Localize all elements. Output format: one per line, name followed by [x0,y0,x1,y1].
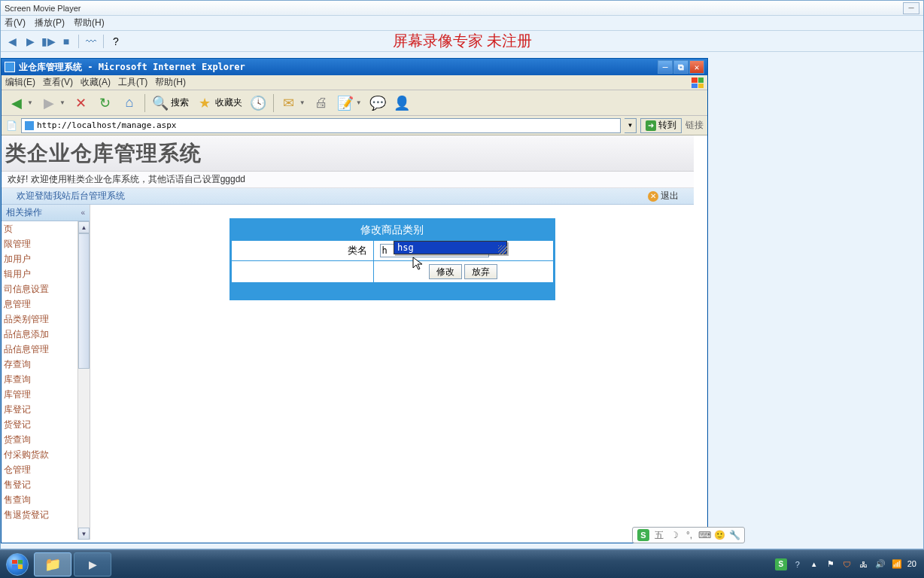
ie-messenger-button[interactable]: 👤 [391,93,413,114]
tray-flag-icon[interactable]: ⚑ [825,558,837,570]
ie-history-button[interactable]: 🕓 [247,93,269,114]
sidebar-item-16[interactable]: 仓管理 [2,462,90,477]
sidebar-item-1[interactable]: 限管理 [2,236,90,251]
sidebar-item-18[interactable]: 售查询 [2,492,90,507]
tray-sogou-icon[interactable]: S [775,558,787,570]
smp-title: Screen Movie Player [5,4,81,13]
ie-mail-button[interactable]: ✉▼ [278,93,309,114]
ie-home-button[interactable]: ⌂ [118,93,141,114]
sidebar-item-14[interactable]: 货查询 [2,432,90,447]
sidebar-item-17[interactable]: 售登记 [2,477,90,492]
smp-menubar: 看(V) 播放(P) 帮助(H) [1,16,923,31]
submit-button[interactable]: 修改 [429,264,462,279]
welcome-bar-text: 欢迎登陆我站后台管理系统 [17,190,125,202]
sidebar-item-13[interactable]: 货登记 [2,417,90,432]
ie-back-button[interactable]: ◀▼ [5,93,36,114]
sidebar-item-5[interactable]: 息管理 [2,297,90,312]
sidebar-item-19[interactable]: 售退货登记 [2,507,90,522]
cancel-button[interactable]: 放弃 [464,264,497,279]
smp-about-button[interactable]: ? [108,34,123,49]
ie-forward-button[interactable]: ▶▼ [38,93,68,114]
sidebar-item-7[interactable]: 品信息添加 [2,327,90,342]
tray-network-icon[interactable]: 🖧 [858,558,870,570]
welcome-text: 欢好! 欢迎使用鞋类企业仓库系统，其他话语自己设置gggdd [2,172,694,188]
smp-menu-view[interactable]: 看(V) [5,17,26,29]
ime-punct-icon[interactable]: °, [684,530,695,540]
autocomplete-dropdown[interactable]: hsg [394,241,507,254]
ie-favorites-button[interactable]: ★收藏夹 [193,93,245,114]
form-label-name: 类名 [230,241,373,261]
page-banner: 类企业仓库管理系统 [2,135,694,172]
ie-menu-tools[interactable]: 工具(T) [118,76,147,89]
address-input[interactable]: http://localhost/manage.aspx [21,118,621,133]
tray-signal-icon[interactable]: 📶 [891,558,903,570]
ie-close-button[interactable]: ✕ [689,60,704,74]
collapse-icon[interactable]: « [81,208,85,217]
ie-menu-view[interactable]: 查看(V) [43,76,73,89]
smp-prev-button[interactable]: ◀ [5,34,20,49]
ie-menu-help[interactable]: 帮助(H) [155,76,186,89]
autocomplete-item[interactable]: hsg [394,242,506,254]
smp-play-button[interactable]: ▶ [23,34,38,49]
player-icon: ▶ [89,558,97,570]
ie-menu-edit[interactable]: 编辑(E) [5,76,35,89]
ime-moon-icon[interactable]: ☽ [669,530,679,540]
tray-volume-icon[interactable]: 🔊 [874,558,886,570]
sidebar-item-10[interactable]: 库查询 [2,372,90,387]
ie-refresh-button[interactable]: ↻ [94,93,117,114]
tray-help-icon[interactable]: ? [792,558,804,570]
sidebar-item-6[interactable]: 品类别管理 [2,312,90,327]
smp-pause-button[interactable]: ▮▶ [41,34,56,49]
sidebar-item-8[interactable]: 品信息管理 [2,342,90,357]
ie-titlebar: 业仓库管理系统 - Microsoft Internet Explorer ─ … [2,59,707,75]
ie-edit-button[interactable]: 📝▼ [334,93,365,114]
smp-menu-play[interactable]: 播放(P) [35,17,65,29]
sidebar-item-3[interactable]: 辑用户 [2,266,90,281]
taskbar-item-explorer[interactable]: 📁 [34,552,71,576]
resize-handle-icon[interactable] [498,245,507,254]
sidebar-scrollbar[interactable]: ▲ ▼ [78,221,90,540]
links-button[interactable]: 链接 [685,119,704,132]
go-button[interactable]: ➜转到 [640,118,682,133]
ie-maximize-button[interactable]: ⧉ [673,60,688,74]
ime-keyboard-icon[interactable]: ⌨ [699,530,710,540]
folder-icon: 📁 [44,556,61,573]
scroll-down-button[interactable]: ▼ [78,528,90,540]
ime-person-icon[interactable]: 🙂 [714,530,725,540]
smp-minimize-button[interactable]: ─ [903,2,919,14]
exit-button[interactable]: ✕ 退出 [648,190,679,202]
sidebar-item-15[interactable]: 付采购货款 [2,447,90,462]
page-title: 类企业仓库管理系统 [5,139,202,168]
scroll-up-button[interactable]: ▲ [78,221,90,233]
tray-clock[interactable]: 20 [907,560,916,568]
windows-flag-icon [689,75,706,90]
ie-icon [5,62,15,72]
tray-shield-icon[interactable]: 🛡 [841,558,853,570]
sidebar-item-2[interactable]: 加用户 [2,251,90,266]
smp-menu-help[interactable]: 帮助(H) [74,17,105,29]
sidebar-item-11[interactable]: 库管理 [2,387,90,402]
ie-search-button[interactable]: 🔍搜索 [149,93,192,114]
ime-toolbar[interactable]: S 五 ☽ °, ⌨ 🙂 🔧 [632,527,745,543]
ime-logo-icon[interactable]: S [637,529,649,541]
smp-stop-button[interactable]: ■ [59,34,74,49]
smp-wave-button[interactable]: 〰 [84,34,99,49]
start-button[interactable] [3,552,32,577]
sidebar-item-0[interactable]: 页 [2,221,90,236]
tray-up-icon[interactable]: ▴ [808,558,820,570]
scroll-thumb[interactable] [78,233,90,369]
smp-titlebar: Screen Movie Player ─ [1,1,923,16]
sidebar-item-4[interactable]: 司信息设置 [2,281,90,297]
ie-menu-fav[interactable]: 收藏(A) [81,76,111,89]
sidebar-item-12[interactable]: 库登记 [2,402,90,417]
ime-wrench-icon[interactable]: 🔧 [729,530,740,540]
ie-print-button[interactable]: 🖨 [310,93,333,114]
ime-mode-label[interactable]: 五 [654,530,664,540]
ie-discuss-button[interactable]: 💬 [366,93,389,114]
taskbar-item-player[interactable]: ▶ [74,552,111,576]
ie-stop-button[interactable]: ✕ [70,93,93,114]
sidebar-item-9[interactable]: 存查询 [2,357,90,372]
ie-minimize-button[interactable]: ─ [658,60,673,74]
windows-orb-icon [6,553,29,576]
address-dropdown[interactable]: ▼ [625,118,637,133]
